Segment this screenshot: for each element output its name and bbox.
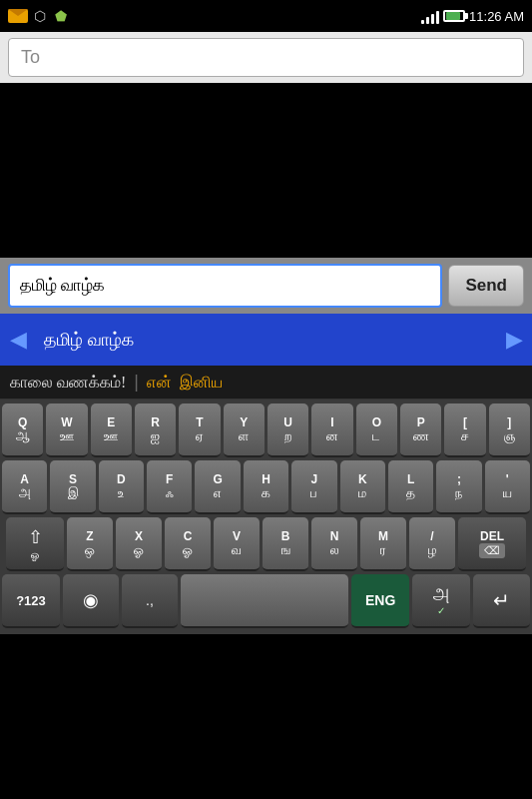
key-m[interactable]: M ர bbox=[360, 517, 406, 571]
key-z[interactable]: Z ஒ bbox=[67, 517, 113, 571]
status-icons: ⬡ ⬟ bbox=[8, 7, 70, 25]
key-u[interactable]: U ற bbox=[267, 403, 308, 457]
eng-key[interactable]: ENG bbox=[351, 574, 409, 628]
suggestion-right-arrow[interactable]: ▶ bbox=[496, 318, 532, 362]
key-k[interactable]: K ம bbox=[340, 460, 385, 514]
key-p[interactable]: P ண bbox=[400, 403, 441, 457]
email-icon bbox=[8, 9, 28, 23]
message-input[interactable]: தமிழ் வாழ்க bbox=[8, 264, 442, 308]
to-label: To bbox=[21, 47, 40, 68]
key-bracket-l[interactable]: [ ச bbox=[444, 403, 485, 457]
key-a[interactable]: A அ bbox=[2, 460, 47, 514]
key-i[interactable]: I ன bbox=[311, 403, 352, 457]
spacebar[interactable] bbox=[181, 574, 348, 628]
key-row-3: ⇧ ஓ Z ஒ X ஓ C ஓ V வ B ங N ல M ர bbox=[2, 517, 530, 571]
enter-key[interactable]: ↵ bbox=[473, 574, 530, 628]
key-c[interactable]: C ஓ bbox=[165, 517, 211, 571]
status-right: 11:26 AM bbox=[421, 8, 524, 24]
usb-icon: ⬡ bbox=[32, 7, 48, 25]
mic-key[interactable]: ◉ bbox=[63, 574, 119, 628]
key-h[interactable]: H க bbox=[244, 460, 288, 514]
key-y[interactable]: Y ள bbox=[224, 403, 265, 457]
word-row: காலை வணக்கம்! | என் இனிய bbox=[0, 366, 532, 400]
key-t[interactable]: T ஏ bbox=[179, 403, 220, 457]
shift-key[interactable]: ⇧ ஓ bbox=[6, 517, 64, 571]
word-separator: | bbox=[134, 372, 139, 393]
message-row: தமிழ் வாழ்க Send bbox=[0, 258, 532, 314]
delete-key[interactable]: DEL ⌫ bbox=[458, 517, 526, 571]
key-slash[interactable]: / ழ bbox=[409, 517, 455, 571]
key-x[interactable]: X ஓ bbox=[116, 517, 162, 571]
key-apostrophe[interactable]: ' ய bbox=[485, 460, 530, 514]
bottom-row: ?123 ◉ ., ENG அ ✓ ↵ bbox=[2, 574, 530, 628]
key-f[interactable]: F ஃ bbox=[147, 460, 192, 514]
to-field-container: To bbox=[0, 32, 532, 83]
time-display: 11:26 AM bbox=[469, 9, 524, 24]
key-j[interactable]: J ப bbox=[291, 460, 336, 514]
keyboard: Q ஆ W ஊ E ஊ R ஐ T ஏ Y ள U ற I ன bbox=[0, 400, 532, 634]
key-bracket-r[interactable]: ] ஞ bbox=[489, 403, 530, 457]
suggestion-text[interactable]: தமிழ் வாழ்க bbox=[36, 330, 496, 351]
key-n[interactable]: N ல bbox=[311, 517, 357, 571]
suggestion-bar: ◀ தமிழ் வாழ்க ▶ bbox=[0, 314, 532, 366]
compose-area bbox=[0, 83, 532, 258]
to-input[interactable]: To bbox=[8, 38, 524, 77]
key-w[interactable]: W ஊ bbox=[46, 403, 87, 457]
key-v[interactable]: V வ bbox=[214, 517, 260, 571]
key-q[interactable]: Q ஆ bbox=[2, 403, 43, 457]
key-semicolon[interactable]: ; ந bbox=[436, 460, 481, 514]
word1[interactable]: என் bbox=[147, 374, 172, 392]
key-d[interactable]: D உ bbox=[99, 460, 144, 514]
key-l[interactable]: L த bbox=[388, 460, 433, 514]
num-key[interactable]: ?123 bbox=[2, 574, 60, 628]
send-button[interactable]: Send bbox=[448, 265, 524, 307]
message-text: தமிழ் வாழ்க bbox=[20, 276, 105, 296]
key-r[interactable]: R ஐ bbox=[135, 403, 176, 457]
word2[interactable]: இனிய bbox=[180, 374, 223, 392]
phrase-text: காலை வணக்கம்! bbox=[10, 374, 126, 392]
key-g[interactable]: G எ bbox=[195, 460, 240, 514]
signal-icon bbox=[421, 8, 439, 24]
suggestion-left-arrow[interactable]: ◀ bbox=[0, 318, 36, 362]
dot-key[interactable]: ., bbox=[122, 574, 178, 628]
key-e[interactable]: E ஊ bbox=[91, 403, 132, 457]
status-bar: ⬡ ⬟ 11:26 AM bbox=[0, 0, 532, 32]
android-icon: ⬟ bbox=[52, 7, 70, 25]
key-row-2: A அ S இ D உ F ஃ G எ H க J ப K ம bbox=[2, 460, 530, 514]
battery-icon bbox=[443, 10, 465, 22]
key-b[interactable]: B ங bbox=[263, 517, 308, 571]
tamil-key[interactable]: அ ✓ bbox=[412, 574, 469, 628]
key-row-1: Q ஆ W ஊ E ஊ R ஐ T ஏ Y ள U ற I ன bbox=[2, 403, 530, 457]
key-s[interactable]: S இ bbox=[50, 460, 95, 514]
key-o[interactable]: O ட bbox=[356, 403, 397, 457]
